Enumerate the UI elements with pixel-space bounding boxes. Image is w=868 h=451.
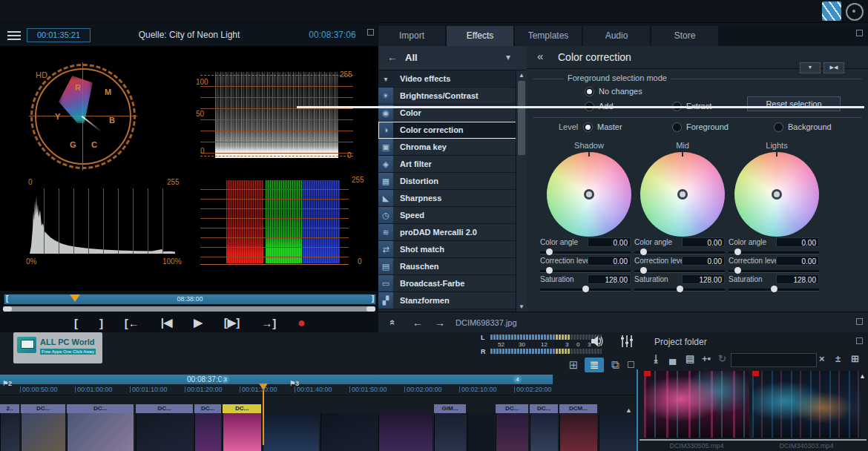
tab-effects[interactable]: Effects	[447, 26, 513, 46]
multicam-view-button[interactable]: ⧉	[607, 358, 623, 372]
reset-selection-button[interactable]: Reset selection	[747, 96, 841, 111]
lights-wheel-knob[interactable]	[772, 189, 782, 200]
mid-color-angle-slider[interactable]	[634, 251, 725, 254]
effect-item-stanzformen[interactable]: ▞ Stanzformen	[378, 292, 516, 309]
mid-color-angle-value[interactable]: 0.00	[682, 237, 725, 247]
timeline-playhead-marker[interactable]	[259, 383, 268, 390]
next-effect-icon[interactable]: →	[435, 317, 445, 329]
lights-saturation-value[interactable]: 128.00	[776, 274, 819, 284]
mid-correction-level-value[interactable]: 0.00	[682, 256, 725, 266]
effect-item-speed[interactable]: ◷ Speed	[378, 207, 516, 224]
menu-icon[interactable]	[7, 31, 21, 40]
zoom-items-icon[interactable]: ±	[835, 353, 841, 364]
mid-saturation-value[interactable]: 128.00	[682, 274, 725, 284]
refresh-icon[interactable]: ↻	[718, 353, 726, 364]
project-scrollbar[interactable]	[640, 439, 867, 441]
effect-item-distortion[interactable]: ▦ Distortion	[378, 173, 516, 190]
effect-item-chroma-key[interactable]: ▣ Chroma key	[378, 139, 516, 156]
scrollbar-thumb[interactable]	[518, 81, 525, 155]
clip[interactable]	[263, 404, 319, 451]
timeline-range-bar[interactable]: 00:08:37:06	[0, 375, 553, 384]
lights-saturation-slider[interactable]	[729, 289, 819, 292]
shadow-saturation-value[interactable]: 128.00	[588, 274, 631, 284]
tab-import[interactable]: Import	[378, 26, 445, 46]
effect-item-rauschen[interactable]: ▤ Rauschen	[378, 258, 516, 275]
shadow-correction-level-slider[interactable]	[540, 270, 631, 273]
clip-selected[interactable]: DC...	[223, 404, 261, 451]
radio-foreground[interactable]	[672, 122, 682, 132]
clip[interactable]: DC...	[530, 404, 558, 451]
shadow-wheel-knob[interactable]	[584, 189, 594, 200]
panel-collapse-button[interactable]: ▶◀	[823, 62, 844, 73]
effect-item-shot-match[interactable]: ⇄ Shot match	[378, 241, 516, 258]
scroll-down-icon[interactable]: ▼	[516, 303, 527, 310]
speaker-icon[interactable]	[591, 335, 604, 347]
clear-search-icon[interactable]: ×	[819, 353, 825, 364]
record-button[interactable]: ●	[297, 315, 306, 331]
effects-palette-button[interactable]	[822, 1, 841, 21]
shadow-color-wheel[interactable]	[547, 152, 631, 237]
clip[interactable]	[378, 404, 433, 451]
previous-frame-button[interactable]: |◀	[161, 316, 173, 329]
lights-correction-level-slider[interactable]	[729, 270, 819, 273]
detach-timeline-icon[interactable]	[628, 361, 634, 368]
mid-correction-level-slider[interactable]	[634, 270, 725, 273]
effect-item-broadcast-farbe[interactable]: ▭ Broadcast-Farbe	[378, 275, 516, 292]
lights-color-angle-value[interactable]: 0.00	[776, 237, 819, 247]
clip[interactable]	[467, 404, 494, 451]
effect-item-color-correction[interactable]: ◑ Color correction	[378, 122, 516, 139]
play-button[interactable]: ▶	[194, 316, 203, 329]
track-collapse-icon[interactable]: ▲	[625, 406, 632, 414]
chevron-down-icon[interactable]: ▾	[506, 52, 510, 62]
effect-item-brightness-contrast[interactable]: ☀ Brightness/Contrast	[378, 88, 516, 105]
tab-templates[interactable]: Templates	[515, 26, 582, 46]
current-timecode-field[interactable]: 00:01:35:21	[27, 28, 91, 42]
mixer-icon[interactable]	[620, 335, 634, 348]
marker-flag-3[interactable]: ⚑3	[289, 380, 299, 387]
clip[interactable]: DC...	[67, 404, 134, 451]
effects-group-video-effects[interactable]: ▾ Video effects	[378, 70, 516, 88]
lights-color-wheel[interactable]	[734, 152, 819, 237]
preview-scrollbar[interactable]	[3, 306, 375, 312]
detach-panel-icon[interactable]	[367, 29, 374, 36]
marker-circle-4[interactable]: 4	[513, 375, 522, 383]
detach-tabs-icon[interactable]	[856, 30, 863, 36]
detach-footer-icon[interactable]	[856, 318, 863, 325]
burn-disc-icon[interactable]	[846, 3, 864, 21]
panel-dropdown-button[interactable]: ▼	[800, 62, 821, 73]
timeline-ruler[interactable]: 00:00:50:00 00:01:00:00 00:01:10:00 00:0…	[0, 384, 638, 395]
tab-store[interactable]: Store	[651, 26, 718, 46]
shadow-saturation-slider[interactable]	[540, 289, 631, 292]
previous-effect-icon[interactable]: ←	[412, 317, 423, 329]
playhead-marker[interactable]	[70, 294, 80, 302]
shadow-correction-level-value[interactable]: 0.00	[588, 256, 631, 266]
storyboard-view-button[interactable]: ⊞	[565, 358, 582, 372]
lights-correction-level-value[interactable]: 0.00	[776, 256, 819, 266]
mid-color-wheel[interactable]	[640, 152, 725, 237]
set-out-button[interactable]: ]	[99, 317, 103, 329]
add-item-icon[interactable]: +▪	[702, 353, 711, 364]
effect-item-art-filter[interactable]: ◈ Art filter	[378, 156, 516, 173]
project-scroll-up-icon[interactable]: ▲	[859, 372, 866, 380]
clip[interactable]: DC...	[21, 404, 65, 451]
clip[interactable]: DC...	[496, 404, 528, 451]
radio-background[interactable]	[774, 122, 783, 132]
jump-end-button[interactable]: →]	[261, 317, 276, 329]
collapse-up-icon[interactable]: «	[387, 320, 398, 325]
clip[interactable]: DC...	[136, 404, 193, 451]
jump-start-button[interactable]: [←	[125, 317, 139, 329]
timeline-horizontal-scrollbar[interactable]	[297, 106, 864, 108]
effect-item-sharpness[interactable]: ◣ Sharpness	[378, 190, 516, 207]
media-thumbnail[interactable]	[644, 371, 749, 438]
timeline-view-button[interactable]: ≣	[585, 358, 604, 372]
detach-project-icon[interactable]	[856, 338, 863, 344]
tab-audio[interactable]: Audio	[583, 26, 650, 46]
radio-master[interactable]	[583, 122, 593, 132]
scroll-up-icon[interactable]: ▲	[516, 72, 527, 79]
import-file-icon[interactable]: ⭳	[651, 353, 661, 364]
marker-flag-2[interactable]: ⚑2	[2, 380, 12, 387]
grid-view-icon[interactable]: ⊞	[851, 353, 859, 364]
save-icon[interactable]: ▤	[685, 353, 694, 364]
clip[interactable]	[320, 404, 377, 451]
project-search-input[interactable]	[731, 353, 817, 367]
